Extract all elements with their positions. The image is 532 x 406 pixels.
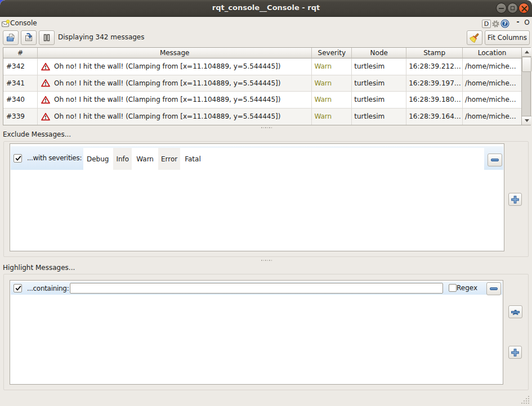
table-body: #342 Oh no! I hit the wall! (Clamping fr… (3, 58, 521, 125)
gear-icon[interactable] (491, 20, 500, 28)
severity-item-info[interactable]: Info (113, 148, 132, 170)
cell-message: Oh no! I hit the wall! (Clamping from [x… (38, 109, 312, 125)
down-arrow-icon (525, 119, 529, 122)
cell-message: Oh no! I hit the wall! (Clamping from [x… (38, 75, 312, 92)
window-close-button[interactable] (518, 3, 529, 13)
column-header-node[interactable]: Node (352, 48, 406, 58)
exclude-filter-list: ...with severities: Debug Info Warn Erro… (10, 143, 504, 251)
severity-item-debug[interactable]: Debug (84, 148, 111, 170)
window-minimize-button[interactable] (496, 3, 507, 13)
cell-node: turtlesim (352, 92, 406, 109)
column-header-number[interactable]: # (3, 48, 38, 58)
severity-item-error[interactable]: Error (158, 148, 180, 170)
window-maximize-button[interactable] (507, 3, 518, 13)
scrollbar-up-button[interactable] (522, 48, 531, 57)
plus-icon (511, 195, 520, 204)
minimize-icon (499, 8, 504, 9)
cell-location: /home/miche… (463, 109, 521, 125)
resize-grip[interactable] (521, 396, 530, 405)
table-header: # Message Severity Node Stamp Location (3, 48, 521, 58)
highlight-mode-button[interactable]: A (508, 305, 522, 318)
table-row[interactable]: #341 Oh no! I hit the wall! (Clamping fr… (3, 75, 521, 92)
table-row[interactable]: #340 Oh no! I hit the wall! (Clamping fr… (3, 92, 521, 109)
cell-severity: Warn (312, 92, 352, 109)
cell-stamp: 16:28:39.197… (406, 75, 463, 92)
scrollbar-thumb[interactable] (522, 57, 531, 72)
highlight-filter-list: ...containing: Regex (10, 280, 503, 385)
close-icon (521, 5, 528, 12)
highlight-text-input[interactable] (70, 283, 443, 294)
cell-message: Oh no! I hit the wall! (Clamping from [x… (38, 92, 312, 109)
cell-severity: Warn (312, 58, 352, 75)
cell-number: #339 (3, 109, 38, 125)
help-icon[interactable]: ? (500, 19, 509, 28)
broom-icon (469, 32, 480, 43)
toolbar: Displaying 342 messages Fit Columns (0, 29, 532, 47)
table-scrollbar[interactable] (521, 48, 530, 125)
cell-location: /home/miche… (463, 58, 521, 75)
dock-header: Console D ? - O (0, 17, 532, 29)
column-header-location[interactable]: Location (463, 48, 521, 58)
dock-minimize-button[interactable]: - (515, 18, 521, 26)
highlight-filter-label: ...containing: (27, 285, 69, 292)
titlebar[interactable]: rqt_console__Console - rqt (0, 0, 532, 17)
exclude-filter-checkbox[interactable] (14, 154, 22, 163)
status-text: Displaying 342 messages (58, 33, 145, 41)
severity-item-warn[interactable]: Warn (133, 148, 157, 170)
regex-checkbox[interactable] (449, 284, 457, 292)
check-icon (15, 285, 22, 292)
warning-icon (41, 79, 50, 87)
column-header-stamp[interactable]: Stamp (406, 48, 463, 58)
severity-item-fatal[interactable]: Fatal (182, 148, 204, 170)
window-title: rqt_console__Console - rqt (0, 3, 532, 12)
highlight-remove-filter-button[interactable] (486, 282, 501, 295)
column-header-severity[interactable]: Severity (312, 48, 352, 58)
table-row[interactable]: #339 Oh no! I hit the wall! (Clamping fr… (3, 109, 521, 125)
console-icon (2, 20, 10, 28)
pause-button[interactable] (39, 30, 55, 45)
severity-list: Debug Info Warn Error Fatal (83, 148, 484, 170)
plus-icon (511, 348, 520, 357)
exclude-add-filter-button[interactable] (508, 193, 522, 206)
dock-title: Console (10, 19, 37, 27)
svg-text:?: ? (503, 20, 507, 26)
cell-node: turtlesim (352, 109, 406, 125)
exclude-section-label: Exclude Messages... (3, 130, 71, 138)
open-file-icon (6, 33, 16, 43)
cell-severity: Warn (312, 75, 352, 92)
fit-columns-button[interactable]: Fit Columns (485, 30, 530, 45)
save-file-icon (24, 33, 34, 43)
splitter-handle[interactable] (261, 127, 272, 128)
exclude-filter-row[interactable]: ...with severities: Debug Info Warn Erro… (11, 146, 503, 170)
splitter-handle[interactable] (261, 260, 272, 261)
dock-detach-button[interactable]: D (482, 20, 491, 28)
column-header-message[interactable]: Message (38, 48, 312, 58)
clear-messages-button[interactable] (467, 30, 482, 45)
message-table: # Message Severity Node Stamp Location #… (3, 47, 531, 125)
exclude-group: ...with severities: Debug Info Warn Erro… (3, 141, 529, 257)
table-row[interactable]: #342 Oh no! I hit the wall! (Clamping fr… (3, 58, 521, 75)
highlight-filter-row[interactable]: ...containing: Regex (11, 282, 502, 295)
exclude-remove-filter-button[interactable] (488, 154, 502, 166)
cell-location: /home/miche… (463, 92, 521, 109)
highlight-mode-icon: A (511, 308, 520, 317)
save-messages-button[interactable] (21, 30, 37, 45)
maximize-icon (511, 6, 515, 10)
pause-icon (42, 33, 51, 42)
dock-float-button[interactable]: O (524, 19, 530, 26)
exclude-filter-label: ...with severities: (27, 154, 82, 162)
cell-stamp: 16:28:39.180… (406, 92, 463, 109)
cell-node: turtlesim (352, 75, 406, 92)
load-messages-button[interactable] (3, 30, 19, 45)
check-icon (15, 155, 22, 162)
cell-stamp: 16:28:39.212… (406, 58, 463, 75)
minus-icon (491, 159, 499, 161)
scrollbar-down-button[interactable] (522, 116, 531, 125)
cell-location: /home/miche… (463, 75, 521, 92)
minus-icon (490, 287, 498, 290)
cell-stamp: 16:28:39.164… (406, 109, 463, 125)
highlight-group: ...containing: Regex A (3, 274, 529, 390)
highlight-add-filter-button[interactable] (508, 346, 522, 359)
cell-number: #340 (3, 92, 38, 109)
highlight-filter-checkbox[interactable] (14, 284, 22, 292)
